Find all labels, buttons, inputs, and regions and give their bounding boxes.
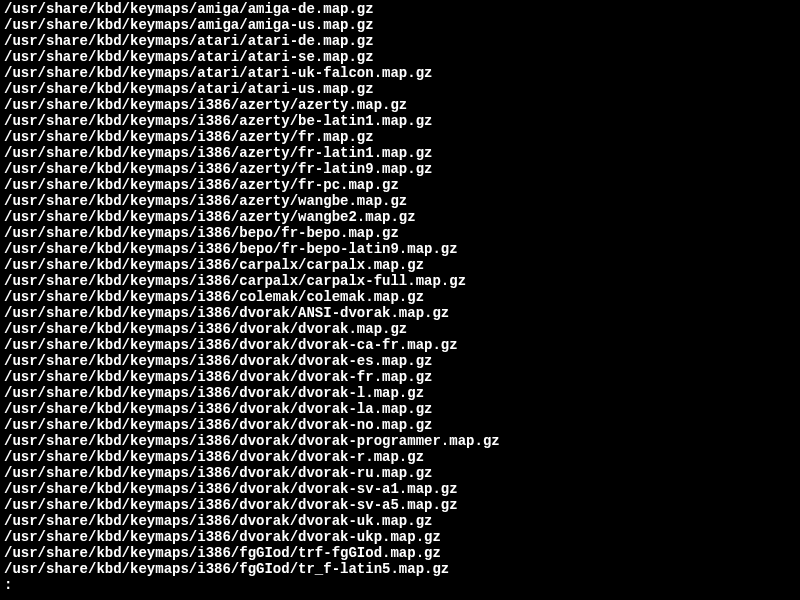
terminal-line: /usr/share/kbd/keymaps/i386/fgGIod/trf-f… (4, 545, 796, 561)
terminal-line: /usr/share/kbd/keymaps/i386/colemak/cole… (4, 289, 796, 305)
terminal-line: /usr/share/kbd/keymaps/i386/dvorak/dvora… (4, 513, 796, 529)
terminal-line: /usr/share/kbd/keymaps/i386/dvorak/dvora… (4, 449, 796, 465)
terminal-line: /usr/share/kbd/keymaps/atari/atari-uk-fa… (4, 65, 796, 81)
terminal-line: /usr/share/kbd/keymaps/i386/dvorak/dvora… (4, 369, 796, 385)
terminal-line: /usr/share/kbd/keymaps/i386/azerty/wangb… (4, 209, 796, 225)
terminal-line: /usr/share/kbd/keymaps/i386/azerty/be-la… (4, 113, 796, 129)
terminal-line: /usr/share/kbd/keymaps/i386/azerty/fr-la… (4, 145, 796, 161)
pager-prompt: : (4, 577, 796, 593)
terminal-line: /usr/share/kbd/keymaps/i386/azerty/fr-la… (4, 161, 796, 177)
terminal-line: /usr/share/kbd/keymaps/i386/carpalx/carp… (4, 273, 796, 289)
terminal-output[interactable]: /usr/share/kbd/keymaps/amiga/amiga-de.ma… (4, 1, 796, 593)
terminal-line: /usr/share/kbd/keymaps/i386/dvorak/ANSI-… (4, 305, 796, 321)
terminal-line: /usr/share/kbd/keymaps/i386/azerty/azert… (4, 97, 796, 113)
terminal-line: /usr/share/kbd/keymaps/i386/dvorak/dvora… (4, 465, 796, 481)
terminal-line: /usr/share/kbd/keymaps/i386/dvorak/dvora… (4, 481, 796, 497)
terminal-line: /usr/share/kbd/keymaps/i386/bepo/fr-bepo… (4, 241, 796, 257)
terminal-line: /usr/share/kbd/keymaps/i386/carpalx/carp… (4, 257, 796, 273)
terminal-line: /usr/share/kbd/keymaps/i386/dvorak/dvora… (4, 353, 796, 369)
terminal-line: /usr/share/kbd/keymaps/i386/dvorak/dvora… (4, 417, 796, 433)
terminal-line: /usr/share/kbd/keymaps/i386/dvorak/dvora… (4, 337, 796, 353)
terminal-line: /usr/share/kbd/keymaps/i386/dvorak/dvora… (4, 401, 796, 417)
terminal-line: /usr/share/kbd/keymaps/i386/fgGIod/tr_f-… (4, 561, 796, 577)
terminal-line: /usr/share/kbd/keymaps/amiga/amiga-us.ma… (4, 17, 796, 33)
terminal-line: /usr/share/kbd/keymaps/i386/azerty/fr-pc… (4, 177, 796, 193)
terminal-line: /usr/share/kbd/keymaps/atari/atari-se.ma… (4, 49, 796, 65)
terminal-line: /usr/share/kbd/keymaps/amiga/amiga-de.ma… (4, 1, 796, 17)
terminal-line: /usr/share/kbd/keymaps/i386/dvorak/dvora… (4, 497, 796, 513)
terminal-line: /usr/share/kbd/keymaps/atari/atari-us.ma… (4, 81, 796, 97)
terminal-line: /usr/share/kbd/keymaps/i386/azerty/wangb… (4, 193, 796, 209)
terminal-line: /usr/share/kbd/keymaps/i386/dvorak/dvora… (4, 433, 796, 449)
terminal-line: /usr/share/kbd/keymaps/i386/dvorak/dvora… (4, 321, 796, 337)
terminal-line: /usr/share/kbd/keymaps/i386/bepo/fr-bepo… (4, 225, 796, 241)
terminal-line: /usr/share/kbd/keymaps/i386/dvorak/dvora… (4, 385, 796, 401)
terminal-line: /usr/share/kbd/keymaps/i386/azerty/fr.ma… (4, 129, 796, 145)
terminal-line: /usr/share/kbd/keymaps/atari/atari-de.ma… (4, 33, 796, 49)
terminal-line: /usr/share/kbd/keymaps/i386/dvorak/dvora… (4, 529, 796, 545)
